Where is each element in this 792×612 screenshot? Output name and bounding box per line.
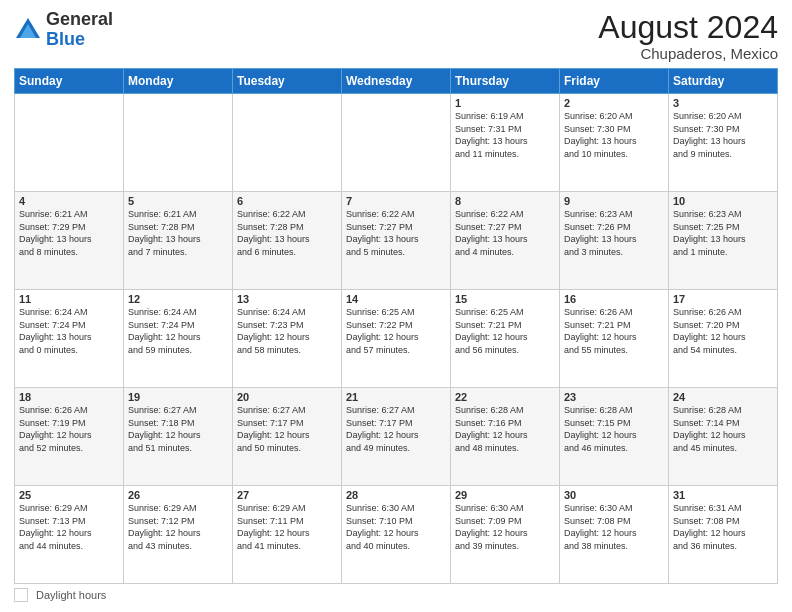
day-info: Sunrise: 6:19 AM Sunset: 7:31 PM Dayligh… — [455, 110, 555, 160]
col-sunday: Sunday — [15, 69, 124, 94]
day-number: 20 — [237, 391, 337, 403]
day-number: 30 — [564, 489, 664, 501]
day-info: Sunrise: 6:24 AM Sunset: 7:24 PM Dayligh… — [19, 306, 119, 356]
calendar-cell: 15Sunrise: 6:25 AM Sunset: 7:21 PM Dayli… — [451, 290, 560, 388]
day-info: Sunrise: 6:29 AM Sunset: 7:11 PM Dayligh… — [237, 502, 337, 552]
calendar-cell: 1Sunrise: 6:19 AM Sunset: 7:31 PM Daylig… — [451, 94, 560, 192]
day-number: 13 — [237, 293, 337, 305]
calendar-cell: 4Sunrise: 6:21 AM Sunset: 7:29 PM Daylig… — [15, 192, 124, 290]
day-number: 12 — [128, 293, 228, 305]
col-friday: Friday — [560, 69, 669, 94]
daylight-label: Daylight hours — [36, 589, 106, 601]
col-wednesday: Wednesday — [342, 69, 451, 94]
calendar-week-2: 4Sunrise: 6:21 AM Sunset: 7:29 PM Daylig… — [15, 192, 778, 290]
calendar-cell: 21Sunrise: 6:27 AM Sunset: 7:17 PM Dayli… — [342, 388, 451, 486]
calendar-cell: 20Sunrise: 6:27 AM Sunset: 7:17 PM Dayli… — [233, 388, 342, 486]
logo-blue-text: Blue — [46, 29, 85, 49]
calendar-cell: 13Sunrise: 6:24 AM Sunset: 7:23 PM Dayli… — [233, 290, 342, 388]
day-number: 11 — [19, 293, 119, 305]
day-info: Sunrise: 6:26 AM Sunset: 7:21 PM Dayligh… — [564, 306, 664, 356]
day-info: Sunrise: 6:31 AM Sunset: 7:08 PM Dayligh… — [673, 502, 773, 552]
calendar-cell: 7Sunrise: 6:22 AM Sunset: 7:27 PM Daylig… — [342, 192, 451, 290]
day-number: 6 — [237, 195, 337, 207]
calendar-cell: 24Sunrise: 6:28 AM Sunset: 7:14 PM Dayli… — [669, 388, 778, 486]
day-number: 31 — [673, 489, 773, 501]
calendar-cell: 3Sunrise: 6:20 AM Sunset: 7:30 PM Daylig… — [669, 94, 778, 192]
day-info: Sunrise: 6:21 AM Sunset: 7:29 PM Dayligh… — [19, 208, 119, 258]
day-info: Sunrise: 6:30 AM Sunset: 7:10 PM Dayligh… — [346, 502, 446, 552]
day-number: 28 — [346, 489, 446, 501]
calendar-cell: 16Sunrise: 6:26 AM Sunset: 7:21 PM Dayli… — [560, 290, 669, 388]
day-info: Sunrise: 6:27 AM Sunset: 7:17 PM Dayligh… — [346, 404, 446, 454]
logo: General Blue — [14, 10, 113, 50]
day-number: 21 — [346, 391, 446, 403]
day-number: 29 — [455, 489, 555, 501]
calendar-cell — [124, 94, 233, 192]
day-info: Sunrise: 6:28 AM Sunset: 7:16 PM Dayligh… — [455, 404, 555, 454]
location: Chupaderos, Mexico — [598, 45, 778, 62]
calendar-week-4: 18Sunrise: 6:26 AM Sunset: 7:19 PM Dayli… — [15, 388, 778, 486]
day-info: Sunrise: 6:25 AM Sunset: 7:21 PM Dayligh… — [455, 306, 555, 356]
calendar-cell — [233, 94, 342, 192]
calendar-cell — [342, 94, 451, 192]
calendar-cell: 9Sunrise: 6:23 AM Sunset: 7:26 PM Daylig… — [560, 192, 669, 290]
calendar-week-1: 1Sunrise: 6:19 AM Sunset: 7:31 PM Daylig… — [15, 94, 778, 192]
day-number: 9 — [564, 195, 664, 207]
day-number: 16 — [564, 293, 664, 305]
day-info: Sunrise: 6:30 AM Sunset: 7:09 PM Dayligh… — [455, 502, 555, 552]
day-info: Sunrise: 6:29 AM Sunset: 7:12 PM Dayligh… — [128, 502, 228, 552]
day-info: Sunrise: 6:22 AM Sunset: 7:27 PM Dayligh… — [455, 208, 555, 258]
day-number: 2 — [564, 97, 664, 109]
calendar-cell: 25Sunrise: 6:29 AM Sunset: 7:13 PM Dayli… — [15, 486, 124, 584]
calendar-week-5: 25Sunrise: 6:29 AM Sunset: 7:13 PM Dayli… — [15, 486, 778, 584]
day-info: Sunrise: 6:27 AM Sunset: 7:18 PM Dayligh… — [128, 404, 228, 454]
day-number: 15 — [455, 293, 555, 305]
calendar-cell — [15, 94, 124, 192]
calendar-cell: 30Sunrise: 6:30 AM Sunset: 7:08 PM Dayli… — [560, 486, 669, 584]
daylight-color-box — [14, 588, 28, 602]
day-info: Sunrise: 6:25 AM Sunset: 7:22 PM Dayligh… — [346, 306, 446, 356]
calendar-cell: 10Sunrise: 6:23 AM Sunset: 7:25 PM Dayli… — [669, 192, 778, 290]
day-info: Sunrise: 6:28 AM Sunset: 7:14 PM Dayligh… — [673, 404, 773, 454]
day-number: 18 — [19, 391, 119, 403]
day-info: Sunrise: 6:24 AM Sunset: 7:23 PM Dayligh… — [237, 306, 337, 356]
calendar-cell: 18Sunrise: 6:26 AM Sunset: 7:19 PM Dayli… — [15, 388, 124, 486]
day-info: Sunrise: 6:20 AM Sunset: 7:30 PM Dayligh… — [564, 110, 664, 160]
day-info: Sunrise: 6:29 AM Sunset: 7:13 PM Dayligh… — [19, 502, 119, 552]
calendar-cell: 28Sunrise: 6:30 AM Sunset: 7:10 PM Dayli… — [342, 486, 451, 584]
logo-icon — [14, 16, 42, 44]
col-monday: Monday — [124, 69, 233, 94]
col-thursday: Thursday — [451, 69, 560, 94]
day-info: Sunrise: 6:20 AM Sunset: 7:30 PM Dayligh… — [673, 110, 773, 160]
calendar-cell: 5Sunrise: 6:21 AM Sunset: 7:28 PM Daylig… — [124, 192, 233, 290]
calendar-cell: 27Sunrise: 6:29 AM Sunset: 7:11 PM Dayli… — [233, 486, 342, 584]
day-info: Sunrise: 6:30 AM Sunset: 7:08 PM Dayligh… — [564, 502, 664, 552]
day-info: Sunrise: 6:24 AM Sunset: 7:24 PM Dayligh… — [128, 306, 228, 356]
footer: Daylight hours — [14, 588, 778, 602]
calendar-cell: 8Sunrise: 6:22 AM Sunset: 7:27 PM Daylig… — [451, 192, 560, 290]
day-number: 27 — [237, 489, 337, 501]
calendar-cell: 26Sunrise: 6:29 AM Sunset: 7:12 PM Dayli… — [124, 486, 233, 584]
day-info: Sunrise: 6:27 AM Sunset: 7:17 PM Dayligh… — [237, 404, 337, 454]
day-number: 23 — [564, 391, 664, 403]
day-number: 14 — [346, 293, 446, 305]
calendar-cell: 6Sunrise: 6:22 AM Sunset: 7:28 PM Daylig… — [233, 192, 342, 290]
day-number: 17 — [673, 293, 773, 305]
logo-general-text: General — [46, 9, 113, 29]
calendar: Sunday Monday Tuesday Wednesday Thursday… — [14, 68, 778, 584]
calendar-cell: 23Sunrise: 6:28 AM Sunset: 7:15 PM Dayli… — [560, 388, 669, 486]
page: General Blue August 2024 Chupaderos, Mex… — [0, 0, 792, 612]
col-saturday: Saturday — [669, 69, 778, 94]
calendar-cell: 14Sunrise: 6:25 AM Sunset: 7:22 PM Dayli… — [342, 290, 451, 388]
day-number: 5 — [128, 195, 228, 207]
calendar-cell: 17Sunrise: 6:26 AM Sunset: 7:20 PM Dayli… — [669, 290, 778, 388]
day-number: 25 — [19, 489, 119, 501]
calendar-cell: 2Sunrise: 6:20 AM Sunset: 7:30 PM Daylig… — [560, 94, 669, 192]
calendar-cell: 22Sunrise: 6:28 AM Sunset: 7:16 PM Dayli… — [451, 388, 560, 486]
day-number: 22 — [455, 391, 555, 403]
header: General Blue August 2024 Chupaderos, Mex… — [14, 10, 778, 62]
day-number: 1 — [455, 97, 555, 109]
day-info: Sunrise: 6:22 AM Sunset: 7:27 PM Dayligh… — [346, 208, 446, 258]
day-number: 8 — [455, 195, 555, 207]
day-info: Sunrise: 6:23 AM Sunset: 7:26 PM Dayligh… — [564, 208, 664, 258]
